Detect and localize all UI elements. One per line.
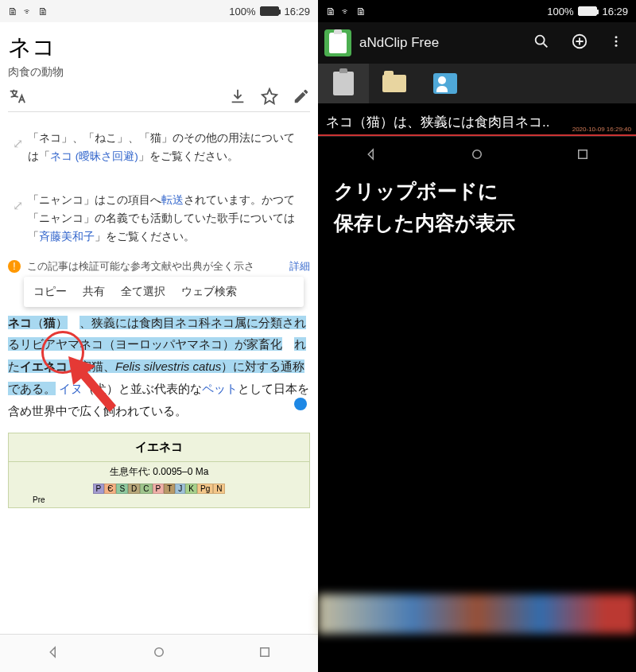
app-title: aNdClip Free — [359, 35, 518, 51]
star-icon[interactable] — [261, 87, 278, 108]
text-context-menu: コピー 共有 全て選択 ウェブ検索 — [24, 277, 304, 307]
search-icon[interactable] — [526, 33, 556, 53]
battery-pct-r: 100% — [547, 6, 573, 17]
page-title: ネコ — [8, 32, 310, 64]
doc-icon: 🗎 — [8, 6, 18, 17]
tl-3: D — [128, 484, 140, 494]
overlay-line1: クリップボードに — [334, 175, 620, 207]
art-s1d: ） — [56, 316, 68, 329]
battery-pct: 100% — [229, 6, 255, 17]
overlay-annotation: クリップボードに 保存した内容が表示 — [334, 175, 620, 239]
art-s1b: （ — [32, 316, 44, 329]
battery-icon-r — [578, 6, 597, 16]
warning-text: この記事は検証可能な参考文献や出典が全く示さ — [27, 259, 254, 274]
battery-small-icon: 🗎 — [38, 6, 48, 17]
tab-contact[interactable] — [420, 64, 471, 103]
page-subtitle: 肉食の動物 — [8, 65, 310, 80]
art-s2a[interactable]: イヌ — [59, 382, 83, 395]
contact-icon — [433, 73, 457, 94]
context-copy[interactable]: コピー — [33, 285, 67, 299]
status-bar: 🗎 ᯤ 🗎 100% 16:29 — [0, 0, 318, 22]
article-body: ネコ（猫）は、狭義には食肉目ネコ科ネコ属に分類されるリビアヤマネコ（ヨーロッパヤ… — [8, 312, 310, 422]
folder-icon — [382, 75, 406, 92]
disambig2-link1[interactable]: 転送 — [161, 194, 184, 206]
phone-left: 🗎 ᯤ 🗎 100% 16:29 ネコ 肉食の動物 — [0, 0, 318, 672]
ad-banner-blurred — [318, 594, 636, 634]
nav-bar-right — [318, 136, 636, 174]
context-select-all[interactable]: 全て選択 — [121, 285, 165, 299]
tl-0: P — [93, 484, 105, 494]
overlay-line2: 保存した内容が表示 — [334, 207, 620, 239]
infobox-side: Pre — [9, 495, 309, 507]
tl-9: Pg — [197, 484, 213, 494]
battery-small-icon: 🗎 — [356, 6, 366, 17]
nav-recent[interactable] — [258, 645, 272, 662]
edit-icon[interactable] — [293, 87, 310, 108]
svg-point-3 — [536, 36, 545, 45]
clip-text: ネコ（猫）は、狭義には食肉目ネコ.. — [326, 115, 549, 130]
disambig2-a: 「ニャンコ」はこの項目へ — [28, 194, 161, 206]
disambig-box-2: ⤢ 「ニャンコ」はこの項目へ転送されています。かつて「ニャンコ」の名義でも活動し… — [8, 184, 310, 254]
phone-right: 🗎 ᯤ 🗎 100% 16:29 aNdClip Free ネコ（猫）は、狭義に… — [318, 0, 636, 672]
disambig2-c: 」をご覧ください。 — [95, 231, 195, 243]
tl-8: K — [185, 484, 197, 494]
nav-home-r[interactable] — [470, 147, 484, 165]
disambig-icon-2: ⤢ — [13, 195, 23, 247]
tab-folder[interactable] — [369, 64, 420, 103]
status-time-r: 16:29 — [602, 6, 628, 17]
tl-1: Є — [104, 484, 116, 494]
tab-row — [318, 64, 636, 103]
disambig1-link[interactable]: ネコ (曖昧さ回避) — [50, 150, 138, 162]
translate-icon[interactable] — [8, 87, 25, 108]
clip-entry[interactable]: ネコ（猫）は、狭義には食肉目ネコ.. 2020-10-09 16:29:40 — [318, 103, 636, 136]
nav-bar-left — [0, 634, 318, 672]
disambig-box-1: ⤢ 「ネコ」、「ねこ」、「猫」のその他の用法については「ネコ (曖昧さ回避)」を… — [8, 122, 310, 174]
nav-recent-r[interactable] — [576, 147, 590, 165]
svg-point-7 — [615, 45, 618, 47]
art-s1i: Felis silvestris catus — [115, 359, 221, 373]
disambig-icon: ⤢ — [13, 133, 23, 166]
art-s2b: （犬）と並ぶ代表的な — [83, 382, 202, 395]
nav-home[interactable] — [152, 645, 166, 662]
doc-icon: 🗎 — [326, 6, 336, 17]
battery-icon — [260, 6, 279, 16]
clipboard-icon — [333, 72, 354, 95]
art-s1h: （家猫、 — [68, 359, 115, 373]
svg-point-1 — [155, 647, 164, 656]
svg-point-5 — [615, 36, 618, 38]
tl-4: C — [140, 484, 152, 494]
art-s2c[interactable]: ペット — [202, 382, 238, 395]
context-share[interactable]: 共有 — [83, 285, 105, 299]
wifi-icon: ᯤ — [341, 6, 351, 17]
svg-rect-2 — [261, 647, 270, 656]
art-s1g: イエネコ — [20, 359, 68, 373]
svg-point-6 — [615, 41, 618, 43]
svg-rect-9 — [579, 150, 588, 158]
tl-7: J — [175, 484, 185, 494]
infobox: イエネコ 生息年代: 0.0095–0 Ma P Є S D C P T J K… — [8, 433, 310, 508]
add-icon[interactable] — [564, 33, 595, 53]
wifi-icon: ᯤ — [23, 6, 33, 17]
detail-link[interactable]: 詳細 — [289, 259, 310, 274]
app-header: aNdClip Free — [318, 22, 636, 64]
nav-back[interactable] — [46, 645, 60, 662]
selection-handle-end[interactable] — [294, 398, 307, 410]
wiki-content: ネコ 肉食の動物 ⤢ 「ネコ」、「ねこ」、「猫」のその他の用法につい — [0, 22, 318, 634]
context-web-search[interactable]: ウェブ検索 — [181, 285, 237, 299]
svg-point-8 — [473, 150, 482, 158]
tl-5: P — [153, 484, 165, 494]
infobox-title: イエネコ — [9, 433, 309, 461]
status-time: 16:29 — [284, 6, 310, 17]
warning-row: ! この記事は検証可能な参考文献や出典が全く示さ 詳細 — [8, 259, 310, 274]
nav-back-r[interactable] — [364, 147, 378, 165]
art-s1a: ネコ — [8, 316, 32, 329]
download-icon[interactable] — [229, 87, 246, 108]
tl-10: N — [213, 484, 225, 494]
menu-icon[interactable] — [603, 34, 630, 52]
tab-clipboard[interactable] — [318, 64, 369, 103]
disambig2-link2[interactable]: 斉藤美和子 — [39, 231, 95, 243]
article-toolbar — [8, 87, 310, 112]
clip-timestamp: 2020-10-09 16:29:40 — [572, 126, 631, 133]
app-icon — [324, 29, 351, 56]
infobox-era: 生息年代: 0.0095–0 Ma — [9, 461, 309, 482]
